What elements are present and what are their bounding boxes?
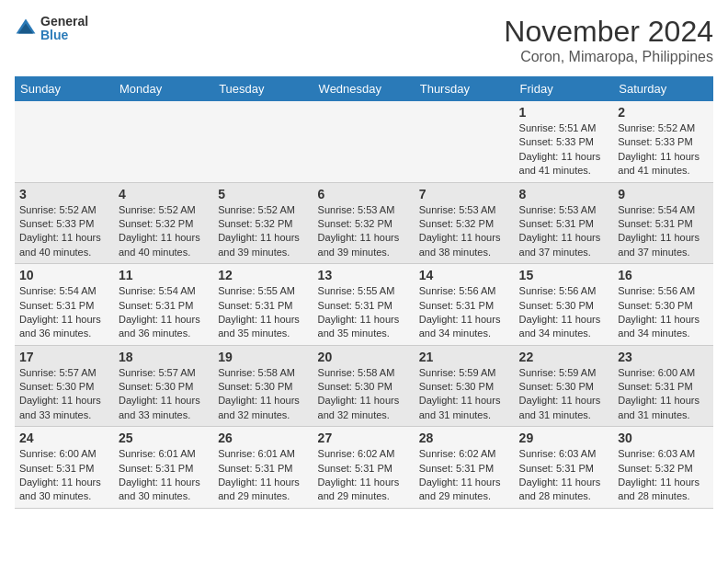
day-number: 1 [519,105,609,120]
day-info: Sunrise: 6:01 AM Sunset: 5:31 PM Dayligh… [119,447,209,504]
day-cell: 28Sunrise: 6:02 AM Sunset: 5:31 PM Dayli… [415,427,515,509]
day-number: 10 [19,268,109,282]
calendar-table: SundayMondayTuesdayWednesdayThursdayFrid… [15,76,713,509]
day-info: Sunrise: 5:52 AM Sunset: 5:32 PM Dayligh… [218,203,308,260]
day-number: 24 [19,431,109,445]
day-info: Sunrise: 5:52 AM Sunset: 5:33 PM Dayligh… [618,121,709,178]
day-info: Sunrise: 5:58 AM Sunset: 5:30 PM Dayligh… [218,366,308,423]
col-header-tuesday: Tuesday [213,76,313,101]
logo-icon [15,17,37,40]
day-cell: 29Sunrise: 6:03 AM Sunset: 5:31 PM Dayli… [515,427,614,509]
day-number: 17 [19,350,109,364]
title-block: November 2024 Coron, Mimaropa, Philippin… [504,15,713,65]
day-number: 29 [519,431,609,445]
day-cell: 9Sunrise: 5:54 AM Sunset: 5:31 PM Daylig… [613,182,713,264]
week-row-5: 24Sunrise: 6:00 AM Sunset: 5:31 PM Dayli… [15,427,713,509]
day-number: 18 [119,350,209,364]
day-cell [213,101,313,182]
logo-line2: Blue [40,29,88,42]
day-info: Sunrise: 5:57 AM Sunset: 5:30 PM Dayligh… [119,366,209,423]
day-number: 14 [419,268,510,282]
header-row: SundayMondayTuesdayWednesdayThursdayFrid… [15,76,713,101]
day-cell: 24Sunrise: 6:00 AM Sunset: 5:31 PM Dayli… [15,427,114,509]
page-subtitle: Coron, Mimaropa, Philippines [504,49,713,65]
day-number: 20 [318,350,410,364]
day-cell: 26Sunrise: 6:01 AM Sunset: 5:31 PM Dayli… [213,427,313,509]
day-info: Sunrise: 5:55 AM Sunset: 5:31 PM Dayligh… [218,284,308,341]
week-row-3: 10Sunrise: 5:54 AM Sunset: 5:31 PM Dayli… [15,264,713,346]
page-title: November 2024 [504,15,713,49]
day-number: 21 [419,350,510,364]
day-info: Sunrise: 6:03 AM Sunset: 5:32 PM Dayligh… [618,447,709,504]
day-cell: 23Sunrise: 6:00 AM Sunset: 5:31 PM Dayli… [613,345,713,427]
day-cell: 8Sunrise: 5:53 AM Sunset: 5:31 PM Daylig… [515,182,614,264]
day-cell: 27Sunrise: 6:02 AM Sunset: 5:31 PM Dayli… [313,427,415,509]
day-cell [15,101,114,182]
day-cell: 15Sunrise: 5:56 AM Sunset: 5:30 PM Dayli… [515,264,614,346]
day-number: 28 [419,431,510,445]
day-info: Sunrise: 5:52 AM Sunset: 5:33 PM Dayligh… [19,203,109,260]
day-number: 5 [218,187,308,201]
day-number: 23 [618,350,709,364]
day-info: Sunrise: 5:54 AM Sunset: 5:31 PM Dayligh… [119,284,209,341]
day-number: 16 [618,268,709,282]
day-cell: 25Sunrise: 6:01 AM Sunset: 5:31 PM Dayli… [114,427,213,509]
day-info: Sunrise: 5:55 AM Sunset: 5:31 PM Dayligh… [318,284,410,341]
week-row-1: 1Sunrise: 5:51 AM Sunset: 5:33 PM Daylig… [15,101,713,182]
day-cell: 1Sunrise: 5:51 AM Sunset: 5:33 PM Daylig… [515,101,614,182]
col-header-friday: Friday [515,76,614,101]
day-info: Sunrise: 5:53 AM Sunset: 5:31 PM Dayligh… [519,203,609,260]
logo-text: General Blue [40,15,88,43]
day-number: 3 [19,187,109,201]
day-number: 9 [618,187,709,201]
day-number: 2 [618,105,709,120]
col-header-thursday: Thursday [415,76,515,101]
day-number: 15 [519,268,609,282]
day-info: Sunrise: 6:02 AM Sunset: 5:31 PM Dayligh… [419,447,510,504]
day-cell: 16Sunrise: 5:56 AM Sunset: 5:30 PM Dayli… [613,264,713,346]
day-info: Sunrise: 5:57 AM Sunset: 5:30 PM Dayligh… [19,366,109,423]
day-cell: 17Sunrise: 5:57 AM Sunset: 5:30 PM Dayli… [15,345,114,427]
day-info: Sunrise: 5:59 AM Sunset: 5:30 PM Dayligh… [519,366,609,423]
day-cell: 21Sunrise: 5:59 AM Sunset: 5:30 PM Dayli… [415,345,515,427]
day-cell: 12Sunrise: 5:55 AM Sunset: 5:31 PM Dayli… [213,264,313,346]
day-cell: 14Sunrise: 5:56 AM Sunset: 5:31 PM Dayli… [415,264,515,346]
day-cell: 18Sunrise: 5:57 AM Sunset: 5:30 PM Dayli… [114,345,213,427]
day-number: 12 [218,268,308,282]
day-number: 26 [218,431,308,445]
day-cell [415,101,515,182]
col-header-sunday: Sunday [15,76,114,101]
day-number: 11 [119,268,209,282]
logo-line1: General [40,15,88,29]
day-info: Sunrise: 6:01 AM Sunset: 5:31 PM Dayligh… [218,447,308,504]
day-cell: 3Sunrise: 5:52 AM Sunset: 5:33 PM Daylig… [15,182,114,264]
day-cell: 10Sunrise: 5:54 AM Sunset: 5:31 PM Dayli… [15,264,114,346]
day-info: Sunrise: 5:51 AM Sunset: 5:33 PM Dayligh… [519,121,609,178]
col-header-monday: Monday [114,76,213,101]
day-number: 22 [519,350,609,364]
week-row-4: 17Sunrise: 5:57 AM Sunset: 5:30 PM Dayli… [15,345,713,427]
day-cell: 7Sunrise: 5:53 AM Sunset: 5:32 PM Daylig… [415,182,515,264]
day-number: 7 [419,187,510,201]
col-header-wednesday: Wednesday [313,76,415,101]
day-cell [114,101,213,182]
day-info: Sunrise: 5:56 AM Sunset: 5:30 PM Dayligh… [618,284,709,341]
day-number: 25 [119,431,209,445]
day-info: Sunrise: 6:02 AM Sunset: 5:31 PM Dayligh… [318,447,410,504]
day-number: 30 [618,431,709,445]
day-info: Sunrise: 5:53 AM Sunset: 5:32 PM Dayligh… [419,203,510,260]
day-cell: 2Sunrise: 5:52 AM Sunset: 5:33 PM Daylig… [613,101,713,182]
week-row-2: 3Sunrise: 5:52 AM Sunset: 5:33 PM Daylig… [15,182,713,264]
day-cell: 11Sunrise: 5:54 AM Sunset: 5:31 PM Dayli… [114,264,213,346]
day-info: Sunrise: 6:03 AM Sunset: 5:31 PM Dayligh… [519,447,609,504]
day-cell: 19Sunrise: 5:58 AM Sunset: 5:30 PM Dayli… [213,345,313,427]
day-info: Sunrise: 5:54 AM Sunset: 5:31 PM Dayligh… [618,203,709,260]
day-info: Sunrise: 6:00 AM Sunset: 5:31 PM Dayligh… [19,447,109,504]
day-number: 4 [119,187,209,201]
day-number: 8 [519,187,609,201]
day-cell: 22Sunrise: 5:59 AM Sunset: 5:30 PM Dayli… [515,345,614,427]
day-info: Sunrise: 5:56 AM Sunset: 5:31 PM Dayligh… [419,284,510,341]
day-number: 27 [318,431,410,445]
day-info: Sunrise: 6:00 AM Sunset: 5:31 PM Dayligh… [618,366,709,423]
day-info: Sunrise: 5:54 AM Sunset: 5:31 PM Dayligh… [19,284,109,341]
